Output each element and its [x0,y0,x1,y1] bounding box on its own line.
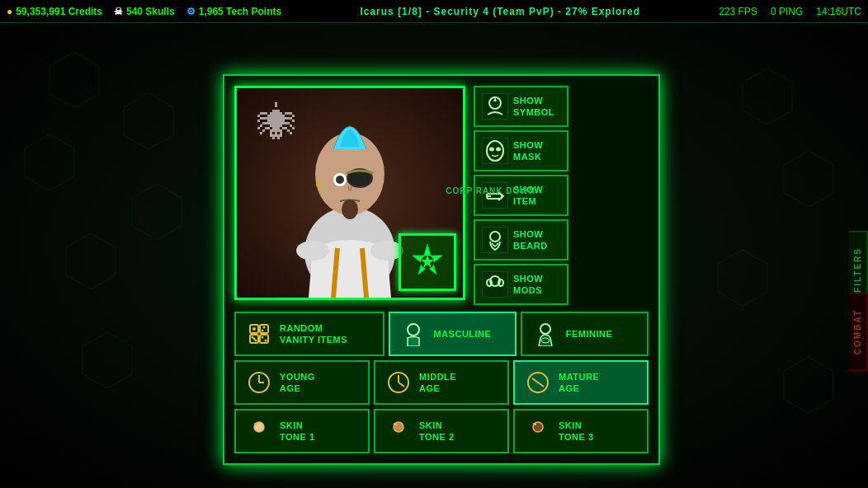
svg-marker-7 [718,250,767,306]
combat-tab[interactable]: COMBAT [849,293,868,371]
svg-marker-5 [743,68,792,124]
mature-age-button[interactable]: MATUREAGE [513,360,649,405]
topbar: ● 59,353,991 Credits ☠ 540 Skulls ⚙ 1,96… [0,0,868,23]
young-age-icon [244,368,274,397]
show-symbol-label: SHOWSYMBOL [513,95,554,119]
credits-stat: ● 59,353,991 Credits [7,6,102,17]
show-mods-button[interactable]: SHOWMODS [474,264,568,305]
skin-tone-3-icon [523,416,553,446]
svg-point-17 [316,182,321,187]
button-row-1: RANDOMVANITY ITEMS MASCULINE [234,312,649,356]
feminine-button[interactable]: FEMININE [521,312,649,356]
svg-point-15 [336,176,344,184]
skin-tone-3-button[interactable]: SKINTONE 3 [513,409,649,453]
emblem-svg [407,242,448,283]
svg-point-29 [490,232,500,242]
masculine-label: MASCULINE [434,328,492,340]
svg-point-38 [263,326,266,329]
svg-marker-9 [784,357,833,413]
middle-age-icon [384,368,413,397]
credits-value: 59,353,991 Credits [16,6,102,17]
show-symbol-button[interactable]: SHOWSYMBOL [474,86,568,127]
svg-point-39 [262,330,264,332]
svg-point-31 [487,279,492,286]
show-mask-label: SHOWMASK [513,139,543,163]
skin-tone-1-icon [244,416,274,446]
skin-tone-2-icon [384,416,413,446]
mods-icon [482,271,508,298]
svg-rect-58 [254,423,257,425]
svg-marker-8 [83,332,132,388]
skin-tone-1-button[interactable]: SKINTONE 1 [234,409,370,453]
svg-marker-3 [132,184,182,240]
svg-line-53 [399,382,404,387]
svg-marker-4 [66,233,116,289]
symbol-icon [482,93,508,120]
skulls-stat: ☠ 540 Skulls [114,6,175,17]
svg-point-16 [342,199,358,219]
svg-point-26 [496,148,501,152]
button-row-3: SKINTONE 1 SKINTONE 2 SK [234,409,649,453]
svg-rect-62 [533,423,536,425]
mature-age-icon [523,368,553,397]
show-beard-button[interactable]: SHOWBEARD [474,219,568,260]
tech-value: 1,965 Tech Points [199,6,281,17]
credits-icon: ● [7,6,12,17]
show-mods-label: SHOWMODS [513,273,543,297]
masculine-icon [399,319,428,349]
emblem-overlay [399,233,456,291]
topbar-right: 223 FPS 0 PING 14:16UTC [719,6,861,17]
beard-icon [482,227,508,253]
svg-point-44 [265,340,267,342]
feminine-label: FEMININE [566,328,613,340]
svg-point-32 [498,279,503,286]
middle-age-button[interactable]: MIDDLEAGE [374,360,509,405]
portrait-bg: 🕷 [237,88,463,298]
masculine-button[interactable]: MASCULINE [389,312,517,356]
svg-line-55 [532,378,538,382]
corp-rank-label: CORP RANK DOWN [446,185,535,197]
ping-display: 0 PING [771,6,803,17]
tech-icon: ⚙ [186,6,196,17]
young-age-button[interactable]: YOUNGAGE [234,360,370,405]
panel-inner: 🕷 [234,86,649,305]
svg-point-45 [408,324,419,336]
show-beard-label: SHOWBEARD [513,228,548,252]
svg-point-46 [540,324,550,334]
random-vanity-label: RANDOMVANITY ITEMS [280,322,347,346]
random-vanity-icon [244,319,274,349]
svg-marker-0 [50,52,99,108]
bottom-buttons: RANDOMVANITY ITEMS MASCULINE [234,312,649,453]
portrait-area: 🕷 [234,86,465,305]
time-display: 14:16UTC [816,6,861,17]
skin-tone-1-label: SKINTONE 1 [280,420,315,443]
show-mask-button[interactable]: SHOWMASK [474,130,568,171]
mature-age-label: MATUREAGE [559,371,599,395]
skulls-value: 540 Skulls [126,6,175,17]
skulls-icon: ☠ [114,6,123,17]
skin-tone-3-label: SKINTONE 3 [559,420,594,443]
portrait-frame: 🕷 [234,86,465,300]
skin-tone-2-button[interactable]: SKINTONE 2 [374,409,509,453]
svg-point-41 [252,336,254,339]
button-row-2: YOUNGAGE MIDDLEAGE [234,360,649,405]
session-title: Icarus [1/8] - Security 4 (Team PvP) - 2… [293,6,707,17]
mask-icon [482,138,508,164]
character-panel: 🕷 [223,74,660,465]
young-age-label: YOUNGAGE [280,371,315,395]
svg-marker-1 [124,93,173,149]
tech-stat: ⚙ 1,965 Tech Points [186,6,281,17]
svg-point-42 [255,340,257,342]
svg-point-18 [296,241,329,260]
random-vanity-button[interactable]: RANDOMVANITY ITEMS [234,312,384,356]
feminine-icon [531,319,560,349]
svg-rect-60 [394,423,397,425]
fps-display: 223 FPS [719,6,757,17]
svg-rect-36 [260,335,268,343]
combat-label[interactable]: COMBAT [849,293,868,371]
svg-marker-2 [25,134,74,190]
skin-tone-2-label: SKINTONE 2 [419,420,455,443]
svg-point-43 [262,336,264,339]
svg-point-25 [489,148,494,152]
svg-line-56 [538,382,544,387]
